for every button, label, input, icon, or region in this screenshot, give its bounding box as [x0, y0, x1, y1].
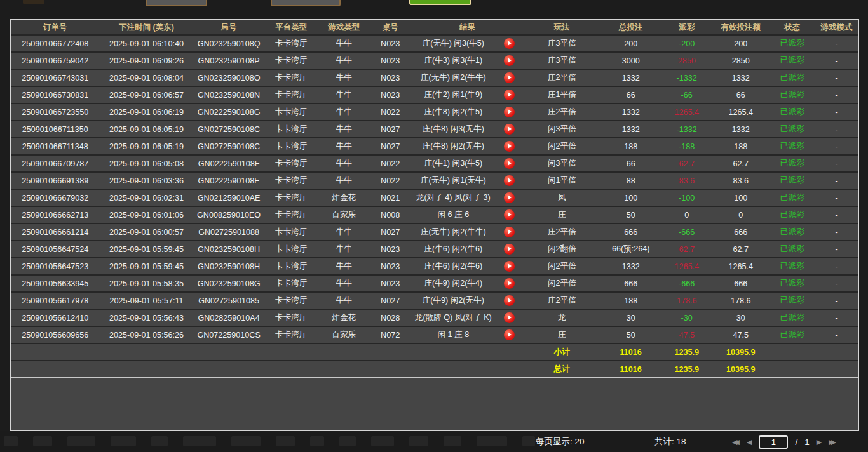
- cell-bet-time: 2025-09-01 05:57:11: [99, 292, 194, 309]
- cell-replay: [495, 326, 524, 343]
- replay-icon[interactable]: [504, 312, 515, 323]
- col-header-result: 结果: [412, 20, 524, 35]
- cell-game-type: 牛牛: [319, 69, 369, 86]
- cell-total-bet: 1332: [600, 69, 661, 86]
- cell-table-no: N028: [369, 309, 412, 326]
- cell-status: 已派彩: [769, 309, 815, 326]
- cell-play: 庄3平倍: [524, 52, 600, 69]
- pagination-first-button[interactable]: ◀◀: [732, 434, 740, 450]
- cell-total-bet: 666: [600, 275, 661, 292]
- cell-order-id: 250901066691389: [11, 172, 99, 189]
- cell-payout: -1332: [661, 69, 712, 86]
- cell-platform: 卡卡湾厅: [264, 223, 319, 241]
- replay-icon[interactable]: [504, 141, 515, 152]
- replay-icon[interactable]: [504, 209, 515, 220]
- cell-total-bet: 88: [600, 172, 661, 189]
- bet-records-table: 订单号 下注时间 (美东) 局号 平台类型 游戏类型 桌号 结果 玩法 总投注 …: [11, 20, 858, 378]
- replay-icon[interactable]: [504, 38, 515, 49]
- cell-platform: 卡卡湾厅: [264, 309, 319, 326]
- total-spacer: [11, 361, 524, 378]
- cell-table-no: N072: [369, 326, 412, 343]
- cell-replay: [495, 292, 524, 309]
- replay-icon[interactable]: [504, 295, 515, 306]
- cell-replay: [495, 121, 524, 138]
- replay-icon[interactable]: [504, 329, 515, 340]
- cell-replay: [495, 155, 524, 172]
- cell-result: 庄(牛8) 闲2(牛5): [412, 103, 496, 121]
- cell-total-bet: 30: [600, 309, 661, 326]
- bet-record-row: 2509010666612142025-09-01 06:00:57GN0272…: [11, 223, 858, 241]
- cell-replay: [495, 103, 524, 121]
- total-spacer-right: [769, 361, 858, 378]
- cell-result: 龙(对子 4) 凤(对子 3): [412, 189, 496, 206]
- cell-valid-bet: 666: [712, 275, 769, 292]
- cell-order-id: 250901066711350: [11, 121, 99, 138]
- top-tab-button-1[interactable]: [146, 0, 207, 6]
- replay-icon[interactable]: [504, 72, 515, 83]
- cell-round-id: GN0232590108N: [194, 86, 263, 103]
- cell-game-type: 牛牛: [319, 223, 369, 241]
- page-number-input[interactable]: [759, 435, 788, 449]
- cell-valid-bet: 100: [712, 189, 769, 206]
- replay-icon[interactable]: [504, 278, 515, 289]
- cell-payout: -30: [661, 309, 712, 326]
- cell-total-bet: 188: [600, 292, 661, 309]
- replay-icon[interactable]: [504, 227, 515, 237]
- cell-total-bet: 1332: [600, 121, 661, 138]
- total-valid-bet: 10395.9: [712, 361, 769, 378]
- cell-platform: 卡卡湾厅: [264, 241, 319, 258]
- top-tab-button-2[interactable]: [271, 0, 341, 6]
- replay-icon[interactable]: [504, 158, 515, 169]
- col-header-total-bet: 总投注: [600, 20, 661, 35]
- cell-total-bet: 188: [600, 138, 661, 155]
- cell-payout: 178.6: [661, 292, 712, 309]
- cell-table-no: N008: [369, 206, 412, 223]
- replay-icon[interactable]: [504, 55, 515, 66]
- replay-icon[interactable]: [504, 124, 515, 135]
- bet-record-row: 2509010566475232025-09-01 05:59:45GN0232…: [11, 258, 858, 275]
- cell-result: 庄(牛2) 闲1(牛9): [412, 86, 496, 103]
- cell-valid-bet: 62.7: [712, 241, 769, 258]
- cell-payout: 62.7: [661, 241, 712, 258]
- cell-game-type: 百家乐: [319, 206, 369, 223]
- cell-order-id: 250901056647523: [11, 258, 99, 275]
- cell-result: 庄(无牛) 闲2(牛牛): [412, 69, 496, 86]
- cell-order-id: 250901066711348: [11, 138, 99, 155]
- pagination-next-button[interactable]: ▶: [817, 434, 822, 450]
- cell-game-type: 百家乐: [319, 326, 369, 343]
- cell-play: 闲2平倍: [524, 275, 600, 292]
- replay-icon[interactable]: [504, 90, 515, 100]
- cell-replay: [495, 241, 524, 258]
- dimmed-button-shape: [339, 436, 356, 446]
- cell-table-no: N027: [369, 121, 412, 138]
- cell-bet-time: 2025-09-01 06:09:26: [99, 52, 194, 69]
- pagination-prev-button[interactable]: ◀: [747, 434, 752, 450]
- pager-controls: ◀◀ ◀ / 1 ▶ ▶▶: [732, 434, 836, 450]
- cell-valid-bet: 1332: [712, 121, 769, 138]
- cell-replay: [495, 138, 524, 155]
- cell-game-mode: -: [815, 189, 858, 206]
- cell-play: 龙: [524, 309, 600, 326]
- top-tab-button-active[interactable]: [409, 0, 471, 5]
- cell-result: 龙(散牌 Q) 凤(对子 K): [412, 309, 496, 326]
- cell-table-no: N023: [369, 35, 412, 52]
- dimmed-button-shape: [522, 436, 535, 446]
- replay-icon[interactable]: [504, 175, 515, 186]
- cell-result: 闲 1 庄 8: [412, 326, 496, 343]
- replay-icon[interactable]: [504, 192, 515, 203]
- cell-replay: [495, 189, 524, 206]
- cell-valid-bet: 66: [712, 86, 769, 103]
- table-header-row: 订单号 下注时间 (美东) 局号 平台类型 游戏类型 桌号 结果 玩法 总投注 …: [11, 20, 858, 35]
- cell-order-id: 250901066772408: [11, 35, 99, 52]
- replay-icon[interactable]: [504, 107, 515, 117]
- cell-platform: 卡卡湾厅: [264, 275, 319, 292]
- col-header-order-id: 订单号: [11, 20, 99, 35]
- pagination-last-button[interactable]: ▶▶: [829, 434, 836, 450]
- cell-table-no: N023: [369, 69, 412, 86]
- bet-record-row: 2509010566475242025-09-01 05:59:45GN0232…: [11, 241, 858, 258]
- cell-order-id: 250901066661214: [11, 223, 99, 241]
- page-separator: /: [795, 437, 797, 447]
- replay-icon[interactable]: [504, 244, 515, 255]
- replay-icon[interactable]: [504, 261, 515, 272]
- cell-order-id: 250901066709787: [11, 155, 99, 172]
